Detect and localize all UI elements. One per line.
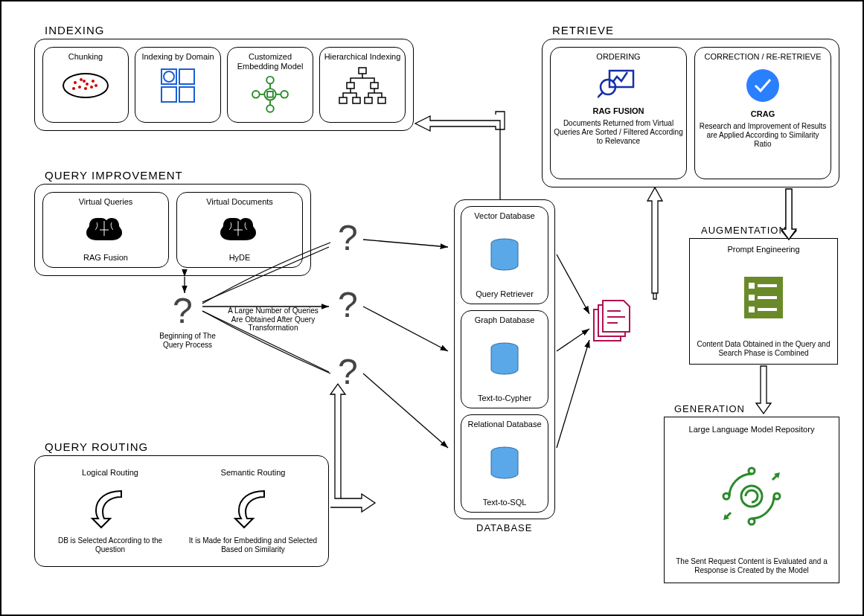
svg-point-6	[84, 87, 87, 90]
database-title: DATABASE	[476, 522, 532, 533]
svg-rect-44	[749, 283, 755, 289]
svg-point-12	[164, 71, 174, 82]
svg-point-4	[92, 80, 95, 83]
svg-line-41	[598, 92, 603, 97]
qr-semantic-desc: It is Made for Embedding and Selected Ba…	[188, 536, 318, 554]
brain-icon	[82, 212, 129, 248]
db-graph: Graph Database Text-to-Cypher	[461, 310, 548, 408]
svg-rect-31	[365, 97, 372, 103]
ordering-desc: Documents Returned from Virtual Queries …	[554, 119, 683, 146]
svg-point-21	[281, 91, 288, 98]
qr-logical-title: Logical Routing	[82, 468, 138, 478]
svg-point-5	[78, 86, 81, 89]
indexing-domain: Indexing by Domain	[135, 47, 221, 123]
question-icon: ?	[338, 284, 358, 325]
svg-rect-14	[161, 87, 176, 102]
indexing-hierarchical-label: Hierarchical Indexing	[324, 52, 401, 62]
db-graph-title: Graph Database	[475, 315, 535, 325]
svg-rect-13	[179, 69, 194, 84]
svg-point-18	[266, 77, 274, 84]
crag-header: CORRECTION / RE-RETRIEVE	[704, 52, 821, 62]
svg-point-16	[264, 89, 275, 100]
qr-box: Logical Routing DB is Selected According…	[34, 455, 329, 567]
aug-desc: Content Data Obtained in the Query and S…	[696, 340, 831, 358]
svg-point-20	[252, 91, 260, 98]
svg-rect-17	[267, 92, 273, 97]
svg-line-63	[557, 329, 589, 351]
svg-point-2	[80, 78, 83, 81]
svg-point-42	[746, 69, 779, 102]
svg-point-51	[749, 468, 755, 474]
svg-point-53	[723, 493, 729, 499]
generation-title: GENERATION	[674, 403, 745, 414]
svg-rect-32	[378, 97, 385, 103]
svg-point-3	[86, 83, 89, 86]
svg-point-7	[90, 86, 93, 89]
question-icon: ?	[338, 351, 358, 392]
svg-point-8	[95, 84, 97, 87]
chunking-icon	[59, 65, 112, 102]
crag-desc: Research and Improvement of Results are …	[698, 122, 828, 149]
svg-line-61	[363, 373, 448, 448]
embedding-icon	[248, 74, 292, 115]
retrieve-crag: CORRECTION / RE-RETRIEVE CRAG Research a…	[694, 47, 831, 179]
svg-rect-46	[749, 295, 755, 301]
gen-header: Large Language Model Repository	[689, 425, 815, 434]
gen-desc: The Sent Request Content is Evaluated an…	[672, 557, 831, 575]
augmentation-title: AUGMENTATION	[701, 225, 787, 236]
svg-line-60	[363, 307, 448, 351]
database-icon	[488, 341, 521, 377]
indexing-domain-label: Indexing by Domain	[141, 52, 214, 62]
svg-rect-15	[179, 87, 194, 102]
retrieve-box: ORDERING RAG FUSION Documents Returned f…	[542, 39, 839, 187]
db-rel-sub: Text-to-SQL	[483, 498, 527, 507]
qr-logical-desc: DB is Selected According to the Question	[45, 536, 175, 554]
svg-rect-30	[353, 97, 360, 103]
note-begin: Beginning of The Query Process	[158, 332, 217, 349]
svg-point-19	[266, 106, 274, 113]
generation-box: Large Language Model Repository The Sent…	[664, 417, 839, 583]
svg-point-0	[63, 74, 108, 97]
svg-rect-47	[758, 296, 777, 299]
qi-virtual-docs: Virtual Documents HyDE	[176, 192, 303, 268]
qi-title: QUERY IMPROVEMENT	[45, 169, 183, 182]
database-box: Vector Database Query Retriever Graph Da…	[454, 199, 555, 519]
question-icon: ?	[173, 290, 193, 331]
qr-semantic-title: Semantic Routing	[221, 468, 286, 478]
svg-point-50	[741, 486, 762, 507]
retrieve-title: RETRIEVE	[552, 24, 614, 36]
database-icon	[488, 446, 521, 481]
svg-rect-26	[359, 68, 366, 74]
indexing-chunking: Chunking	[42, 47, 129, 123]
db-vector: Vector Database Query Retriever	[461, 206, 548, 304]
indexing-hierarchical: Hierarchical Indexing	[319, 47, 406, 123]
qi-virtual-queries: Virtual Queries RAG Fusion	[42, 192, 169, 268]
brain-icon	[216, 212, 263, 248]
curved-arrow-icon	[84, 485, 136, 530]
indexing-embedding: Customized Embedding Model	[227, 47, 313, 123]
qi-vd-sub: HyDE	[229, 253, 251, 263]
augmentation-box: Prompt Engineering Content Data Obtained…	[689, 238, 838, 365]
db-relational: Relational Database Text-to-SQL	[461, 414, 548, 513]
indexing-embedding-label: Customized Embedding Model	[231, 52, 310, 71]
checkmark-circle-icon	[745, 68, 781, 103]
checklist-icon	[741, 274, 786, 321]
svg-point-10	[83, 80, 86, 83]
svg-point-54	[774, 493, 780, 499]
qi-vq-title: Virtual Queries	[79, 197, 133, 207]
ordering-title: RAG FUSION	[592, 106, 644, 116]
indexing-chunking-label: Chunking	[68, 52, 103, 62]
curved-arrow-icon	[227, 485, 279, 530]
svg-rect-28	[371, 83, 378, 89]
question-icon: ?	[338, 217, 358, 258]
magnifier-chart-icon	[598, 68, 639, 100]
qr-logical: Logical Routing DB is Selected According…	[42, 463, 178, 559]
db-vector-title: Vector Database	[474, 211, 534, 221]
svg-rect-39	[609, 71, 633, 87]
indexing-title: INDEXING	[45, 24, 105, 36]
crag-title: CRAG	[751, 109, 775, 119]
svg-line-59	[363, 240, 448, 247]
db-rel-title: Relational Database	[467, 420, 541, 429]
db-graph-sub: Text-to-Cypher	[478, 394, 531, 403]
qr-title: QUERY ROUTING	[45, 440, 148, 453]
